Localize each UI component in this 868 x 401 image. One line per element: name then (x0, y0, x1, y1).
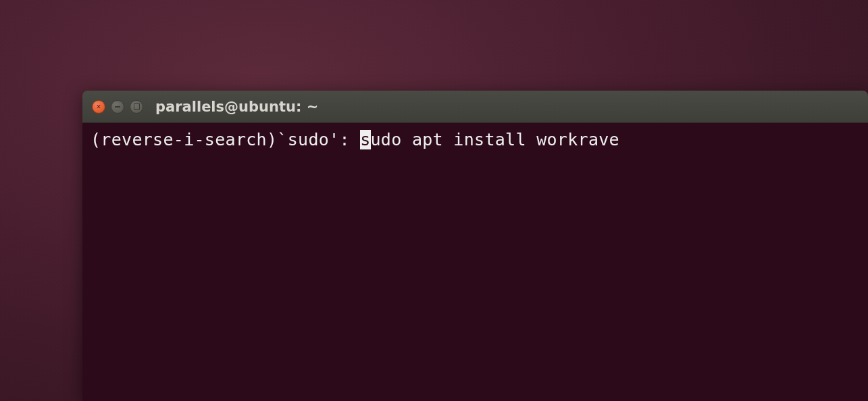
minimize-button[interactable] (111, 100, 124, 114)
reverse-search-suffix: ': (329, 130, 360, 149)
terminal-window: parallels@ubuntu: ~ (reverse-i-search)`s… (82, 91, 868, 401)
close-button[interactable] (92, 100, 105, 114)
reverse-search-term: sudo (288, 130, 329, 149)
titlebar[interactable]: parallels@ubuntu: ~ (82, 91, 868, 123)
window-controls (92, 100, 143, 114)
terminal-body[interactable]: (reverse-i-search)`sudo': sudo apt insta… (82, 123, 868, 401)
maximize-button[interactable] (130, 100, 143, 114)
terminal-cursor: s (360, 130, 370, 149)
command-rest: udo apt install workrave (371, 130, 619, 149)
window-title: parallels@ubuntu: ~ (155, 99, 318, 115)
reverse-search-prefix: (reverse-i-search)` (91, 130, 288, 149)
